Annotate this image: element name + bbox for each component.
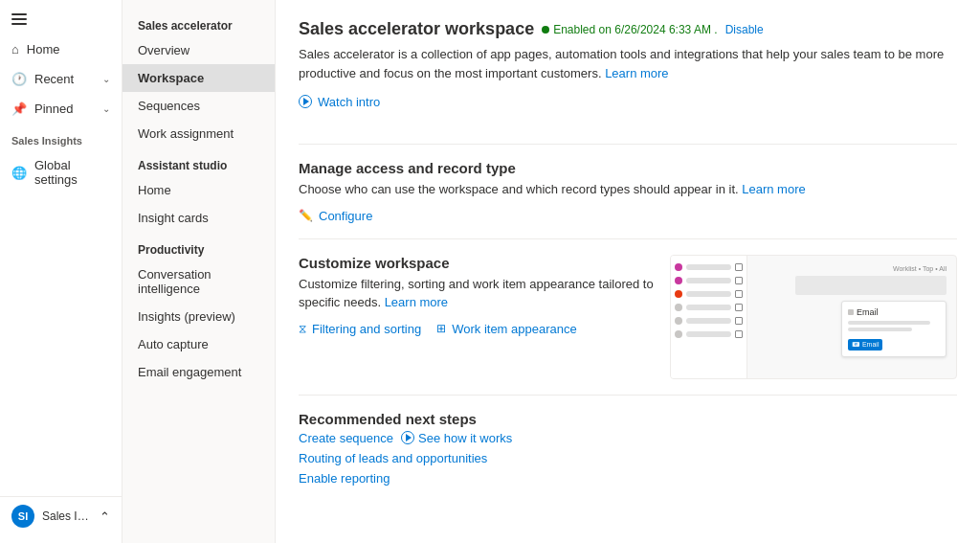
preview-check xyxy=(735,304,743,311)
customize-desc-text: Customize filtering, sorting and work it… xyxy=(299,277,654,310)
preview-line xyxy=(686,291,731,297)
watch-intro-button[interactable]: Watch intro xyxy=(299,95,380,109)
mid-nav: Sales accelerator Overview Workspace Seq… xyxy=(122,0,276,543)
preview-dot xyxy=(675,304,682,311)
preview-list xyxy=(671,256,747,378)
next-step-row-create-sequence: Create sequence See how it works xyxy=(299,431,957,445)
preview-dot xyxy=(675,277,682,284)
preview-check xyxy=(735,277,743,284)
recommended-next-steps-section: Recommended next steps Create sequence S… xyxy=(299,411,957,486)
preview-card-dot xyxy=(848,309,854,315)
status-dot xyxy=(542,26,549,34)
learn-more-link[interactable]: Learn more xyxy=(605,66,668,80)
routing-link[interactable]: Routing of leads and opportunities xyxy=(299,451,957,465)
preview-dot xyxy=(675,290,682,298)
preview-list-item xyxy=(675,290,743,298)
preview-card: Email 📧 Email xyxy=(841,301,947,357)
preview-line xyxy=(686,331,731,337)
mid-item-auto-capture[interactable]: Auto capture xyxy=(122,330,275,358)
mid-item-home[interactable]: Home xyxy=(122,176,275,204)
main-content: Sales accelerator workspace Enabled on 6… xyxy=(276,0,980,543)
play-triangle xyxy=(303,98,309,105)
preview-dot xyxy=(675,330,682,338)
preview-dot xyxy=(675,317,682,325)
section-divider-2 xyxy=(299,238,957,239)
page-title: Sales accelerator workspace xyxy=(299,19,534,39)
see-how-it-works-button[interactable]: See how it works xyxy=(401,431,512,445)
filter-icon: ⧖ xyxy=(299,322,306,335)
mid-section-sales-accelerator: Sales accelerator xyxy=(122,8,275,36)
manage-access-learn-more[interactable]: Learn more xyxy=(742,182,805,196)
enable-reporting-link[interactable]: Enable reporting xyxy=(299,471,957,486)
work-item-label: Work item appearance xyxy=(452,322,577,336)
mid-item-overview[interactable]: Overview xyxy=(122,36,275,64)
sidebar-item-label: Global settings xyxy=(34,158,110,187)
preview-check xyxy=(735,330,743,338)
manage-access-section: Manage access and record type Choose who… xyxy=(299,160,957,223)
preview-check xyxy=(735,263,743,271)
recent-icon: 🕐 xyxy=(11,72,27,86)
recommended-title: Recommended next steps xyxy=(299,411,957,427)
section-divider xyxy=(299,144,957,145)
customize-desc: Customize filtering, sorting and work it… xyxy=(299,275,655,312)
sidebar-item-label: Recent xyxy=(34,72,74,86)
pin-icon: 📌 xyxy=(11,102,27,116)
see-how-label: See how it works xyxy=(418,431,512,445)
grid-icon: ⊞ xyxy=(436,322,446,335)
hamburger-line xyxy=(11,18,27,20)
configure-label: Configure xyxy=(319,209,372,223)
mid-item-conversation-intelligence[interactable]: Conversation intelligence xyxy=(122,260,275,303)
manage-access-desc: Choose who can use the workspace and whi… xyxy=(299,180,873,199)
section-divider-3 xyxy=(299,395,957,396)
watch-intro-label: Watch intro xyxy=(318,95,380,109)
nav-bottom-user[interactable]: SI Sales Insights sett... ⌃ xyxy=(0,496,122,535)
preview-card-line xyxy=(848,321,930,325)
status-text: Enabled on 6/26/2024 6:33 AM . xyxy=(553,23,717,36)
preview-list-item xyxy=(675,330,743,338)
nav-bottom-label: Sales Insights sett... xyxy=(42,509,92,523)
play-icon-small xyxy=(401,431,414,444)
mid-item-work-assignment[interactable]: Work assignment xyxy=(122,120,275,147)
nav-section-sales-insights: Sales Insights xyxy=(0,124,122,150)
sidebar-item-global-settings[interactable]: 🌐 Global settings xyxy=(0,150,122,194)
chevron-down-icon: ⌄ xyxy=(102,74,110,84)
hamburger-line xyxy=(11,13,27,15)
preview-line xyxy=(686,278,731,283)
work-item-appearance-button[interactable]: ⊞ Work item appearance xyxy=(436,322,577,336)
page-description: Sales accelerator is a collection of app… xyxy=(299,45,949,82)
manage-access-title: Manage access and record type xyxy=(299,160,957,176)
chevron-down-icon: ⌄ xyxy=(102,103,110,114)
configure-button[interactable]: ✏️ Configure xyxy=(299,209,372,223)
customize-workspace-section: Customize workspace Customize filtering,… xyxy=(299,255,957,379)
preview-line xyxy=(686,264,731,270)
home-icon: ⌂ xyxy=(11,42,19,57)
global-settings-icon: 🌐 xyxy=(11,166,27,180)
preview-header-line: Worklist • Top • All xyxy=(893,265,947,272)
mid-item-insights-preview[interactable]: Insights (preview) xyxy=(122,303,275,330)
hamburger-menu[interactable] xyxy=(8,10,31,29)
mid-item-workspace[interactable]: Workspace xyxy=(122,64,275,92)
left-nav: ⌂ Home 🕐 Recent ⌄ 📌 Pinned ⌄ Sales Insig… xyxy=(0,0,122,543)
title-row: Sales accelerator workspace Enabled on 6… xyxy=(299,19,957,39)
preview-card-title: Email xyxy=(848,307,940,317)
mid-section-assistant-studio: Assistant studio xyxy=(122,147,275,176)
mid-item-sequences[interactable]: Sequences xyxy=(122,92,275,120)
sidebar-item-home[interactable]: ⌂ Home xyxy=(0,34,122,64)
mid-item-insight-cards[interactable]: Insight cards xyxy=(122,204,275,232)
filtering-sorting-button[interactable]: ⧖ Filtering and sorting xyxy=(299,322,421,336)
disable-link[interactable]: Disable xyxy=(725,23,764,36)
create-sequence-link[interactable]: Create sequence xyxy=(299,431,393,445)
preview-check xyxy=(735,290,743,298)
sidebar-item-pinned[interactable]: 📌 Pinned ⌄ xyxy=(0,94,122,124)
preview-right: Worklist • Top • All Email 📧 Email xyxy=(747,256,956,378)
sidebar-item-recent[interactable]: 🕐 Recent ⌄ xyxy=(0,64,122,94)
mid-item-email-engagement[interactable]: Email engagement xyxy=(122,358,275,386)
preview-card-lines xyxy=(848,321,940,331)
customize-learn-more[interactable]: Learn more xyxy=(385,295,448,309)
play-triangle-small xyxy=(406,434,412,441)
preview-list-item xyxy=(675,304,743,311)
workspace-preview: Worklist • Top • All Email 📧 Email xyxy=(670,255,957,379)
preview-line xyxy=(686,318,731,324)
sidebar-item-label: Pinned xyxy=(34,102,73,116)
preview-list-item xyxy=(675,277,743,284)
